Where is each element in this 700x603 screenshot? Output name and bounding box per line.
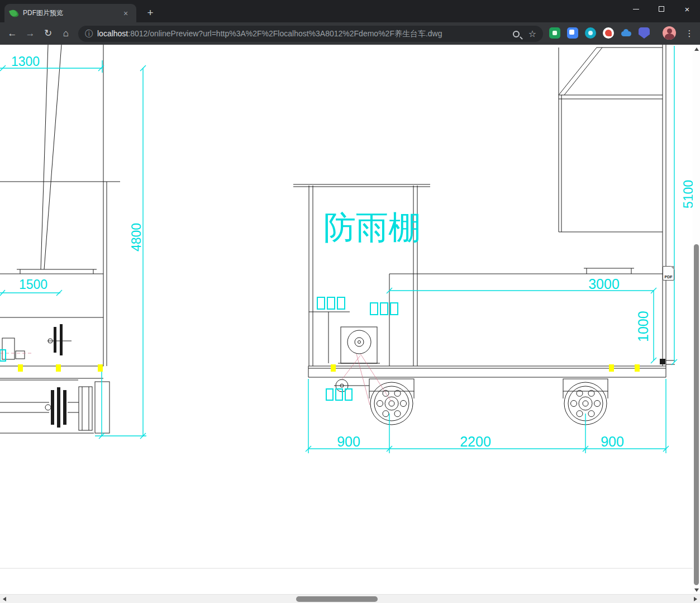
extension-cloud-icon[interactable]: [621, 27, 632, 39]
url-path: :8012/onlinePreview?url=http%3A%2F%2Floc…: [128, 29, 442, 38]
scroll-down-arrow-icon[interactable]: [694, 588, 699, 592]
home-button-icon[interactable]: ⌂: [58, 27, 74, 40]
horizontal-scrollbar[interactable]: [0, 594, 700, 603]
browser-window: PDF图片预览 × + × ← → ↻ ⌂ ⓘ localhost:8012/o…: [0, 0, 700, 603]
left-elevation-lines: [0, 45, 120, 433]
extension-teal-icon[interactable]: [585, 27, 596, 39]
forward-button-icon[interactable]: →: [22, 27, 38, 40]
leaf-favicon-icon: [9, 8, 19, 18]
horizontal-scrollbar-thumb[interactable]: [296, 596, 378, 602]
dim-label-5100: 5100: [681, 180, 693, 208]
reload-button-icon[interactable]: ↻: [40, 27, 56, 40]
dim-label-900-right: 900: [601, 434, 624, 449]
browser-menu-icon[interactable]: ⋮: [683, 27, 696, 40]
vertical-scrollbar-thumb[interactable]: [694, 244, 699, 585]
window-minimize-button[interactable]: [623, 0, 649, 18]
browser-toolbar: ← → ↻ ⌂ ⓘ localhost:8012/onlinePreview?u…: [0, 22, 700, 45]
url-text[interactable]: localhost:8012/onlinePreview?url=http%3A…: [97, 29, 513, 39]
dim-label-1000: 1000: [635, 311, 651, 342]
vertical-scrollbar[interactable]: [693, 45, 700, 594]
extension-translate-icon[interactable]: [567, 27, 578, 39]
pdf-badge-text: PDF: [663, 275, 674, 279]
profile-avatar[interactable]: [663, 26, 676, 40]
scroll-right-arrow-icon[interactable]: [694, 597, 697, 601]
tab-close-icon[interactable]: ×: [121, 9, 131, 18]
tab-title: PDF图片预览: [23, 8, 121, 18]
cad-drawing: 1300 4800 1500 5100 3000 1000 900 2200 9…: [0, 45, 693, 594]
pdf-file-icon[interactable]: PDF: [663, 266, 674, 281]
window-controls: ×: [623, 0, 700, 22]
bookmark-star-icon[interactable]: ☆: [528, 29, 536, 39]
window-close-button[interactable]: ×: [674, 0, 700, 18]
tab-strip: PDF图片预览 × + ×: [0, 0, 700, 22]
left-elevation-plates: [51, 324, 66, 428]
dim-label-1500: 1500: [19, 277, 47, 292]
dim-label-1300: 1300: [11, 54, 40, 69]
site-info-icon[interactable]: ⓘ: [85, 29, 93, 39]
page-content: 1300 4800 1500 5100 3000 1000 900 2200 9…: [0, 45, 700, 594]
extension-green-icon[interactable]: [549, 27, 560, 39]
scroll-left-arrow-icon[interactable]: [3, 597, 6, 601]
new-tab-button[interactable]: +: [143, 6, 158, 20]
back-button-icon[interactable]: ←: [4, 27, 20, 40]
window-maximize-button[interactable]: [649, 0, 674, 18]
address-bar[interactable]: ⓘ localhost:8012/onlinePreview?url=http%…: [78, 26, 543, 42]
rain-shelter-label: 防雨棚: [323, 209, 421, 245]
scroll-up-arrow-icon[interactable]: [694, 48, 699, 51]
dim-label-900-left: 900: [337, 434, 360, 449]
dim-label-3000: 3000: [588, 276, 620, 292]
browser-tab[interactable]: PDF图片预览 ×: [4, 4, 136, 22]
extension-shield-icon[interactable]: [639, 27, 650, 39]
url-host: localhost: [97, 29, 128, 38]
extension-red-icon[interactable]: [603, 27, 614, 39]
cyan-detail-boxes: [0, 297, 398, 400]
dimension-lines: [0, 46, 677, 453]
dim-label-2200: 2200: [460, 434, 491, 449]
wheel-left: [370, 382, 413, 425]
dim-label-4800: 4800: [129, 223, 144, 251]
extensions-bar: [549, 27, 650, 39]
zoom-icon[interactable]: [513, 31, 520, 37]
